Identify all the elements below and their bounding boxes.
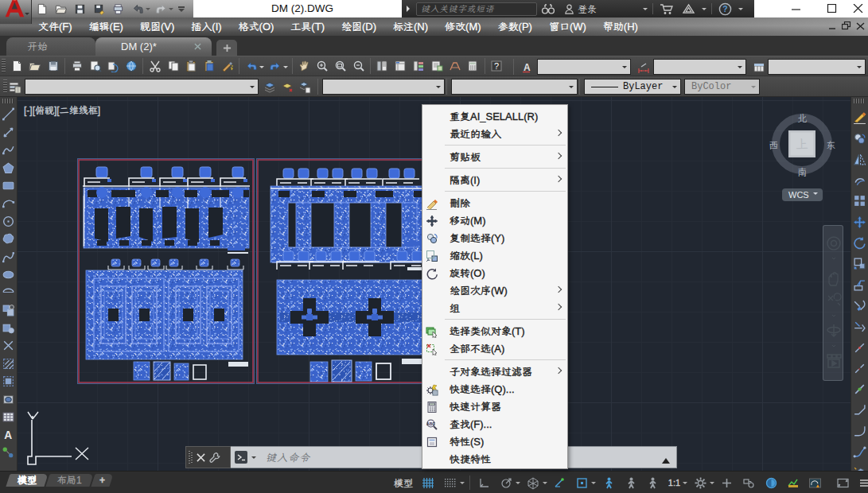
- svg-text:?: ?: [722, 5, 727, 14]
- svg-text:A: A: [4, 429, 12, 441]
- svg-text:!: !: [819, 483, 819, 488]
- svg-text:上: 上: [796, 135, 808, 153]
- svg-text:ABC: ABC: [426, 421, 435, 426]
- svg-text:?: ?: [494, 61, 499, 71]
